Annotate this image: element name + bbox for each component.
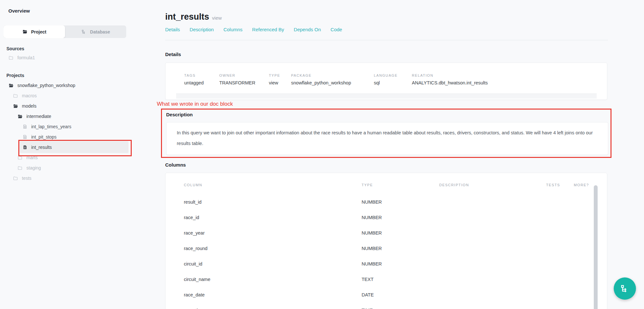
description-card: In this query we want to join out other …	[166, 122, 608, 155]
folder-open-icon	[22, 29, 28, 34]
tree-item-label: snowflake_python_workshop	[17, 83, 75, 88]
column-name: race_round	[184, 241, 207, 256]
detail-label: OWNER	[219, 73, 235, 77]
tabs-divider	[165, 40, 608, 40]
column-name: circuit_name	[184, 272, 210, 287]
tree-item-snowflake-python-workshop[interactable]: snowflake_python_workshop	[0, 80, 142, 91]
table-scrollbar[interactable]	[594, 185, 598, 309]
tab-columns[interactable]: Columns	[223, 27, 242, 32]
details-footer-strip	[176, 93, 597, 99]
table-row[interactable]: race_timeTIME	[166, 303, 607, 309]
file-icon	[22, 134, 28, 140]
details-heading: Details	[165, 52, 181, 57]
table-row[interactable]: result_idNUMBER	[166, 194, 607, 210]
sidebar: Overview Project Database Sources formul…	[0, 0, 142, 309]
folder-open-icon	[13, 104, 18, 109]
folder-icon	[8, 55, 14, 60]
tree-item-macros[interactable]: macros	[0, 91, 142, 101]
column-type: NUMBER	[362, 241, 382, 256]
columns-card: COLUMN TYPE DESCRIPTION TESTS MORE? resu…	[165, 173, 607, 309]
column-name: race_id	[184, 210, 199, 225]
overview-heading: Overview	[8, 8, 30, 14]
column-type: DATE	[362, 287, 374, 303]
column-type: NUMBER	[362, 256, 382, 272]
project-toggle-button[interactable]: Project	[4, 25, 65, 38]
column-header-description: DESCRIPTION	[439, 183, 469, 187]
tree-item-int-lap-times-years[interactable]: int_lap_times_years	[0, 121, 142, 132]
table-row[interactable]: circuit_idNUMBER	[166, 256, 607, 272]
detail-label: RELATION	[412, 73, 433, 77]
annotation-box: Description In this query we want to joi…	[161, 109, 611, 158]
tab-bar: Details Description Columns Referenced B…	[165, 27, 342, 32]
annotation-text: What we wrote in our doc block	[157, 101, 233, 107]
column-type: NUMBER	[362, 210, 382, 225]
columns-heading: Columns	[165, 162, 186, 168]
detail-value: snowflake_python_workshop	[291, 80, 351, 85]
lineage-icon	[620, 284, 630, 294]
column-type: NUMBER	[362, 225, 382, 241]
tree-item-label: intermediate	[26, 114, 51, 119]
description-heading: Description	[166, 112, 193, 117]
tree-item-tests[interactable]: tests	[0, 173, 142, 183]
model-type-subtitle: view	[212, 15, 222, 21]
folder-icon	[17, 166, 23, 170]
description-body: In this query we want to join out other …	[177, 128, 595, 149]
table-row[interactable]: race_dateDATE	[166, 287, 607, 303]
tree-item-label: staging	[26, 165, 41, 170]
folder-icon	[13, 93, 18, 98]
column-header-more: MORE?	[574, 183, 589, 187]
tree-item-label: int_results	[31, 145, 52, 150]
tree-item-int-results[interactable]: int_results	[0, 142, 142, 152]
detail-value: view	[269, 80, 278, 85]
tree-item-models[interactable]: models	[0, 101, 142, 111]
column-name: race_time	[184, 303, 204, 309]
table-row[interactable]: race_yearNUMBER	[166, 225, 607, 241]
column-type: TIME	[362, 303, 373, 309]
sources-heading: Sources	[6, 46, 24, 51]
project-toggle-label: Project	[31, 29, 46, 34]
column-name: result_id	[184, 194, 202, 210]
column-name: race_date	[184, 287, 205, 303]
detail-value: TRANSFORMER	[219, 80, 255, 85]
tree-item-label: models	[22, 103, 36, 109]
model-name: int_results	[165, 12, 209, 22]
table-row[interactable]: race_roundNUMBER	[166, 241, 607, 256]
lineage-graph-button[interactable]	[614, 277, 636, 300]
tree-item-label: int_lap_times_years	[31, 124, 71, 129]
database-toggle-button[interactable]: Database	[65, 25, 127, 38]
folder-icon	[13, 176, 18, 181]
database-toggle-label: Database	[90, 29, 110, 34]
table-row[interactable]: circuit_nameTEXT	[166, 272, 607, 287]
project-tree: snowflake_python_workshop macros models …	[0, 80, 142, 183]
tab-code[interactable]: Code	[331, 27, 342, 32]
tree-item-staging[interactable]: staging	[0, 163, 142, 173]
tree-item-label: macros	[22, 93, 37, 98]
database-tree-icon	[81, 29, 87, 34]
column-type: TEXT	[362, 272, 374, 287]
source-label: formula1	[17, 55, 35, 60]
detail-label: TYPE	[269, 73, 280, 77]
folder-open-icon	[17, 114, 23, 119]
tab-depends-on[interactable]: Depends On	[294, 27, 321, 32]
tab-description[interactable]: Description	[190, 27, 214, 32]
detail-value: ANALYTICS.dbt_hwatson.int_results	[412, 80, 488, 85]
page-title: int_resultsview	[165, 12, 222, 22]
tree-item-label: marts	[26, 155, 38, 160]
column-header-tests: TESTS	[546, 183, 560, 187]
column-header-type: TYPE	[362, 183, 373, 187]
column-header-column: COLUMN	[184, 183, 202, 187]
table-row[interactable]: race_idNUMBER	[166, 210, 607, 225]
tree-item-intermediate[interactable]: intermediate	[0, 111, 142, 121]
detail-value: untagged	[184, 80, 204, 85]
tab-details[interactable]: Details	[165, 27, 180, 32]
sidebar-item-formula1[interactable]: formula1	[0, 53, 142, 63]
file-icon	[22, 124, 28, 129]
projects-heading: Projects	[6, 73, 24, 78]
view-toggle: Project Database	[4, 25, 126, 38]
details-card: TAGSuntagged OWNERTRANSFORMER TYPEview P…	[165, 63, 607, 100]
tab-referenced-by[interactable]: Referenced By	[252, 27, 284, 32]
column-name: circuit_id	[184, 256, 202, 272]
detail-label: TAGS	[184, 73, 196, 77]
file-filled-icon	[22, 145, 28, 150]
folder-open-icon	[8, 83, 14, 88]
